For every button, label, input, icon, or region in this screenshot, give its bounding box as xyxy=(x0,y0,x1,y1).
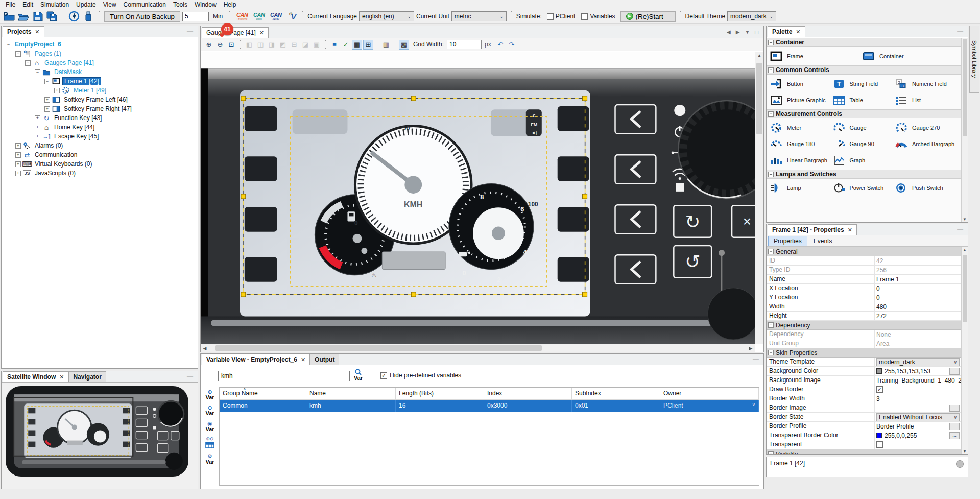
design-canvas[interactable]: c FM ◄) 50 0 100 KMH ♨ xyxy=(201,52,755,344)
grid-style-icon[interactable]: ▩ xyxy=(399,40,409,50)
snap-to-grid-icon[interactable]: ⊞ xyxy=(363,40,373,50)
can-freestyle-icon[interactable]: CANFreestyle xyxy=(234,12,250,20)
collapse-icon[interactable]: − xyxy=(6,42,11,47)
palette-section-lamps-and-switches[interactable]: −Lamps and Switches xyxy=(767,170,961,179)
browse-button[interactable]: ... xyxy=(949,423,960,430)
tree-item-alarms-0-[interactable]: +Alarms (0) xyxy=(2,141,198,150)
tree-item-function-key-43-[interactable]: +↻Function Key [43] xyxy=(2,113,198,123)
collapse-icon[interactable]: − xyxy=(768,40,774,45)
close-icon[interactable]: ✕ xyxy=(796,29,800,35)
palette-section-measurement-controls[interactable]: −Measurement Controls xyxy=(767,109,961,118)
palette-scrollbar[interactable]: ▼ xyxy=(961,38,968,222)
save-all-button[interactable] xyxy=(46,11,58,22)
menu-tools[interactable]: Tools xyxy=(170,1,191,9)
minimize-icon[interactable]: — xyxy=(752,356,759,362)
table-add-remove-button[interactable]: ⊕⊖ xyxy=(205,437,215,449)
minimize-icon[interactable]: — xyxy=(186,28,194,34)
tab-gauges-page[interactable]: Gauges Page [41]✕ xyxy=(202,27,269,38)
palette-item-graph[interactable]: Graph xyxy=(831,152,894,169)
hide-predefined-checkbox[interactable]: ✓ Hide pre-defined variables xyxy=(380,372,461,379)
property-value[interactable]: 272 xyxy=(875,312,961,320)
palette-item-table[interactable]: Table xyxy=(831,92,894,108)
scrollbar-thumb[interactable] xyxy=(963,39,967,136)
palette-item-container[interactable]: Container xyxy=(861,48,953,64)
menu-communication[interactable]: Communication xyxy=(120,1,170,9)
usb-device-button[interactable] xyxy=(82,11,94,22)
collapse-icon[interactable]: − xyxy=(768,111,774,117)
tab-palette[interactable]: Palette✕ xyxy=(768,26,805,37)
property-value[interactable]: 480 xyxy=(875,302,961,311)
save-button[interactable] xyxy=(32,11,44,22)
property-value[interactable]: ... xyxy=(875,403,961,412)
dropdown-select[interactable]: Enabled Without Focus∨ xyxy=(876,413,960,421)
collapse-icon[interactable]: − xyxy=(768,172,774,177)
tab-scroll-left-icon[interactable]: ◀ xyxy=(727,29,731,35)
tree-item-softkey-frame-left-46-[interactable]: +Softkey Frame Left [46] xyxy=(2,95,198,104)
tree-item-datamask[interactable]: −DataMask xyxy=(2,67,198,77)
property-section-skin-properties[interactable]: −Skin Properties xyxy=(767,348,961,358)
tab-output[interactable]: Output xyxy=(310,354,339,365)
make-same-size-icon[interactable]: ▣ xyxy=(312,40,322,50)
default-theme-select[interactable]: modern_dark⌄ xyxy=(727,11,776,21)
tab-frame-properties[interactable]: Frame 1 [42] - Properties✕ xyxy=(768,224,857,235)
align-bottom-icon[interactable]: ◪ xyxy=(300,40,310,50)
close-icon[interactable]: ✕ xyxy=(848,227,852,233)
scrollbar-thumb[interactable] xyxy=(756,63,762,134)
checkbox-icon[interactable] xyxy=(876,441,883,448)
expand-icon[interactable]: + xyxy=(15,143,21,149)
column-header-subindex[interactable]: SubIndex xyxy=(572,388,660,399)
palette-section-common-controls[interactable]: −Common Controls xyxy=(767,65,961,75)
tree-item-gauges-page-41-[interactable]: −⌂Gauges Page [41] xyxy=(2,58,198,67)
scroll-up-icon[interactable]: ▲ xyxy=(962,248,968,252)
table-cell[interactable]: kmh xyxy=(306,400,396,412)
restart-button[interactable]: ▶(Re)Start xyxy=(620,11,676,22)
collapse-icon[interactable]: − xyxy=(44,79,50,84)
menu-edit[interactable]: Edit xyxy=(19,1,37,9)
collapse-icon[interactable]: − xyxy=(15,51,21,57)
palette-item-button[interactable]: Button xyxy=(769,76,831,92)
expand-icon[interactable]: + xyxy=(35,115,40,121)
tree-item-meter-1-49-[interactable]: +Meter 1 [49] xyxy=(2,86,198,95)
undo-icon[interactable]: ↶ xyxy=(495,40,506,50)
scroll-right-icon[interactable]: ▶ xyxy=(747,346,755,351)
collapse-icon[interactable]: − xyxy=(768,249,774,254)
column-header-group-name[interactable]: Group Name∧ xyxy=(220,388,306,399)
table-row[interactable]: Commonkmh160x30000x01PClient∨ xyxy=(220,400,759,412)
subtab-properties[interactable]: Properties xyxy=(768,236,807,246)
color-swatch[interactable] xyxy=(876,433,882,438)
property-value[interactable]: 256 xyxy=(875,266,961,274)
canvas-horizontal-scrollbar[interactable]: ◀ ▶ xyxy=(201,344,755,352)
column-header-name[interactable]: Name xyxy=(306,388,396,399)
menu-simulation[interactable]: Simulation xyxy=(37,1,73,9)
tree-item-pages-1-[interactable]: −Pages (1) xyxy=(2,49,198,58)
expand-icon[interactable]: + xyxy=(15,152,21,158)
tree-item-communication[interactable]: +⇄Communication xyxy=(2,150,198,159)
property-value[interactable]: None xyxy=(875,330,961,339)
property-value[interactable]: 3 xyxy=(875,394,961,403)
auto-backup-button[interactable]: Turn On Auto Backup xyxy=(104,11,180,22)
property-value[interactable]: Training_Background_1_480_27...... xyxy=(875,376,961,385)
menu-file[interactable]: File xyxy=(2,1,19,9)
tab-scroll-right-icon[interactable]: ▶ xyxy=(736,29,740,35)
minimize-icon[interactable]: — xyxy=(957,226,964,232)
redo-icon[interactable]: ↷ xyxy=(507,40,517,50)
open-project-button[interactable] xyxy=(17,11,30,22)
palette-item-gauge[interactable]: Gauge xyxy=(831,120,894,136)
close-icon[interactable]: ✕ xyxy=(259,30,264,36)
browse-button[interactable]: ... xyxy=(949,432,960,439)
zoom-in-icon[interactable]: ⊕ xyxy=(204,40,214,50)
property-section-visibility[interactable]: −Visibility xyxy=(767,449,961,454)
canvas-vertical-scrollbar[interactable]: ▲ xyxy=(755,52,763,344)
subtab-events[interactable]: Events xyxy=(808,236,838,246)
simulate-variables-checkbox[interactable]: Variables xyxy=(581,13,615,20)
tree-item-softkey-frame-right-47-[interactable]: +Softkey Frame Right [47] xyxy=(2,104,198,113)
palette-item-arched-bargraph[interactable]: Arched Bargraph xyxy=(894,136,957,152)
close-icon[interactable]: ✕ xyxy=(59,374,64,381)
expand-icon[interactable]: + xyxy=(44,97,50,103)
scrollbar-thumb[interactable] xyxy=(215,345,542,351)
collapse-icon[interactable]: − xyxy=(35,69,40,75)
tab-list-icon[interactable]: ▼ xyxy=(745,29,750,35)
browse-button[interactable]: ... xyxy=(949,405,960,412)
palette-item-gauge-270[interactable]: Gauge 270 xyxy=(894,120,957,136)
tree-item-escape-key-45-[interactable]: +→]Escape Key [45] xyxy=(2,132,198,141)
